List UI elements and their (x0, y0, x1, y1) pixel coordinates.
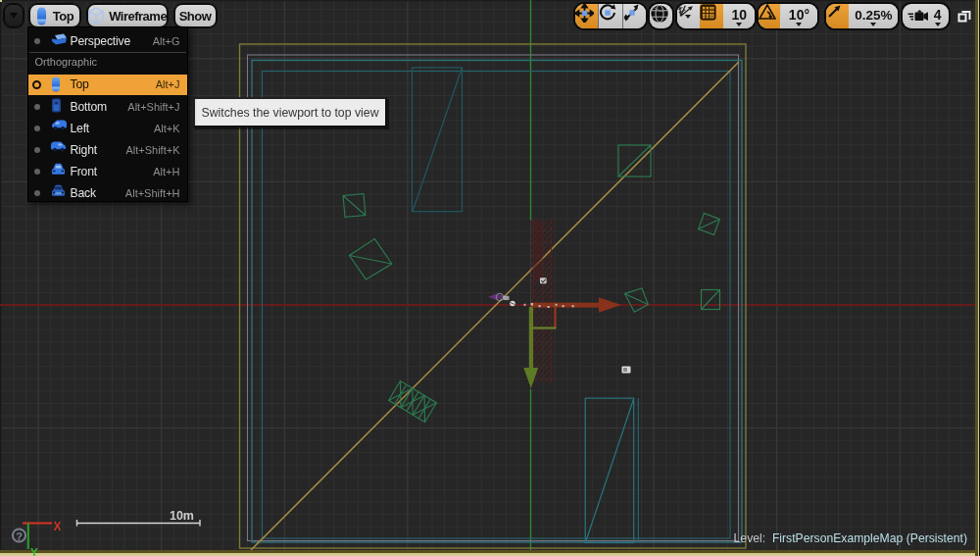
svg-text:10m: 10m (170, 509, 194, 523)
svg-text:?: ? (16, 531, 23, 542)
svg-text:X: X (54, 520, 62, 533)
svg-text:Y: Y (30, 546, 38, 556)
